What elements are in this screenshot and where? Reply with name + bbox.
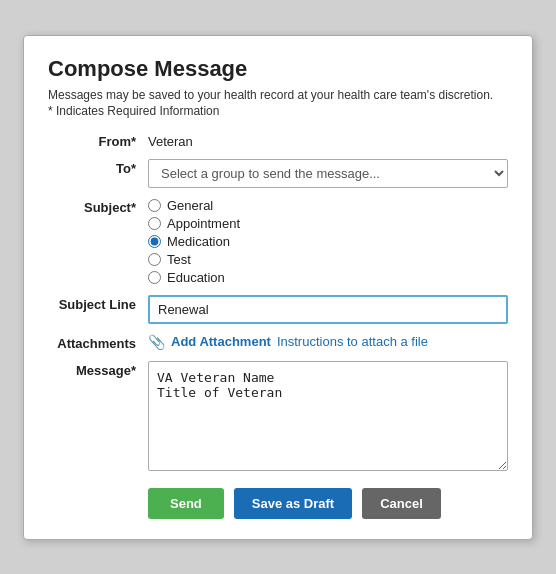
subject-line-label: Subject Line xyxy=(48,295,148,312)
subject-radio-label-appointment: Appointment xyxy=(167,216,240,231)
from-row: From* Veteran xyxy=(48,132,508,149)
add-attachment-link[interactable]: Add Attachment xyxy=(171,334,271,349)
subject-row: Subject* GeneralAppointmentMedicationTes… xyxy=(48,198,508,285)
subject-radio-label-education: Education xyxy=(167,270,225,285)
message-row: Message* xyxy=(48,361,508,474)
subject-radio-label-test: Test xyxy=(167,252,191,267)
subject-radio-label-general: General xyxy=(167,198,213,213)
attach-instructions-link[interactable]: Instructions to attach a file xyxy=(277,334,428,349)
to-row: To* Select a group to send the message..… xyxy=(48,159,508,188)
subject-label: Subject* xyxy=(48,198,148,215)
button-row: Send Save as Draft Cancel xyxy=(48,488,508,519)
attachments-label: Attachments xyxy=(48,334,148,351)
modal-title: Compose Message xyxy=(48,56,508,82)
subject-radio-appointment[interactable] xyxy=(148,217,161,230)
subject-radio-item-medication[interactable]: Medication xyxy=(148,234,508,249)
subject-radio-label-medication: Medication xyxy=(167,234,230,249)
to-select[interactable]: Select a group to send the message... xyxy=(148,159,508,188)
subject-radio-item-test[interactable]: Test xyxy=(148,252,508,267)
required-note: * Indicates Required Information xyxy=(48,104,508,118)
subject-radio-item-appointment[interactable]: Appointment xyxy=(148,216,508,231)
subject-radio-item-general[interactable]: General xyxy=(148,198,508,213)
paperclip-icon: 📎 xyxy=(148,334,165,350)
send-button[interactable]: Send xyxy=(148,488,224,519)
cancel-button[interactable]: Cancel xyxy=(362,488,441,519)
subject-line-input[interactable] xyxy=(148,295,508,324)
subject-radio-education[interactable] xyxy=(148,271,161,284)
subject-radio-item-education[interactable]: Education xyxy=(148,270,508,285)
message-label: Message* xyxy=(48,361,148,378)
subject-radio-test[interactable] xyxy=(148,253,161,266)
modal-info: Messages may be saved to your health rec… xyxy=(48,88,508,102)
from-label: From* xyxy=(48,132,148,149)
message-textarea[interactable] xyxy=(148,361,508,471)
subject-line-row: Subject Line xyxy=(48,295,508,324)
subject-radio-general[interactable] xyxy=(148,199,161,212)
to-label: To* xyxy=(48,159,148,176)
compose-message-modal: Compose Message Messages may be saved to… xyxy=(23,35,533,540)
subject-radio-group: GeneralAppointmentMedicationTestEducatio… xyxy=(148,198,508,285)
from-value: Veteran xyxy=(148,132,508,149)
attachments-row: Attachments 📎 Add Attachment Instruction… xyxy=(48,334,508,351)
save-draft-button[interactable]: Save as Draft xyxy=(234,488,352,519)
subject-radio-medication[interactable] xyxy=(148,235,161,248)
